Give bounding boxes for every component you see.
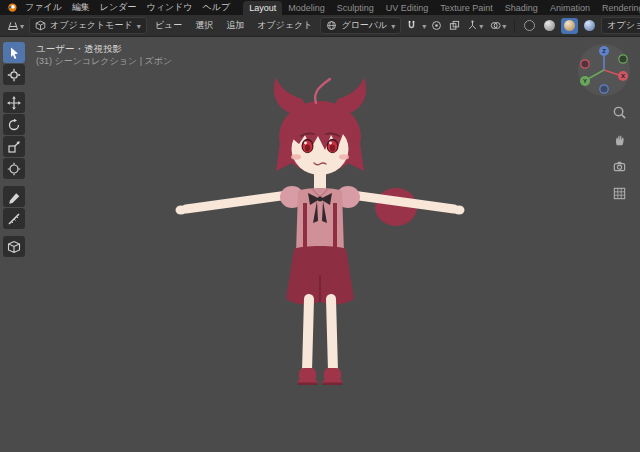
proportional-editing-toggle[interactable]	[429, 19, 444, 32]
chevron-down-icon	[20, 21, 24, 31]
gizmo-neg-z-axis	[600, 85, 608, 93]
material-preview-shading-icon	[564, 20, 575, 31]
object-mode-icon	[35, 20, 46, 31]
camera-icon	[612, 159, 627, 174]
character-leg-right	[331, 299, 333, 371]
tab-layout[interactable]: Layout	[243, 1, 282, 15]
3d-viewport[interactable]: ユーザー・透視投影 (31) シーンコレクション | ズボン Z X Y	[0, 37, 640, 452]
character-eye-right	[327, 139, 339, 153]
menu-file[interactable]: ファイル	[20, 0, 67, 15]
character-sleeves	[280, 186, 360, 208]
menu-render[interactable]: レンダー	[95, 0, 142, 15]
character-hair-back	[276, 101, 364, 173]
character-shorts	[286, 246, 354, 305]
character-shoe-left	[298, 368, 318, 385]
options-label: オプション	[607, 19, 640, 32]
blender-logo-icon	[6, 2, 17, 13]
character-blouse	[296, 188, 344, 253]
show-overlays-toggle[interactable]	[488, 19, 508, 32]
menu-object[interactable]: オブジェクト	[252, 18, 317, 33]
shading-rendered-button[interactable]	[581, 18, 598, 34]
character-model[interactable]	[0, 37, 640, 452]
chevron-down-icon	[391, 21, 395, 31]
collection-breadcrumb: (31) シーンコレクション | ズボン	[36, 55, 172, 67]
tool-group-divider	[3, 230, 25, 235]
tool-rotate[interactable]	[3, 114, 25, 135]
viewport-header: オブジェクトモード ビュー 選択 追加 オブジェクト グローバル	[0, 15, 640, 37]
tool-annotate[interactable]	[3, 186, 25, 207]
mode-label: オブジェクトモード	[50, 19, 133, 32]
menu-add[interactable]: 追加	[221, 18, 249, 33]
menu-edit[interactable]: 編集	[67, 0, 95, 15]
tool-add-cube[interactable]	[3, 236, 25, 257]
proportional-editing-icon	[431, 20, 442, 31]
character-ahoge	[315, 79, 330, 103]
pencil-icon	[7, 190, 21, 204]
tool-measure[interactable]	[3, 208, 25, 229]
tool-transform[interactable]	[3, 158, 25, 179]
rotate-icon	[7, 118, 21, 132]
magnifier-icon	[612, 105, 627, 120]
character-neck	[314, 169, 326, 189]
tool-move[interactable]	[3, 92, 25, 113]
character-eye-left	[302, 139, 314, 153]
pan-control[interactable]	[612, 132, 627, 151]
character-shoe-right	[323, 368, 343, 385]
gizmo-z-label: Z	[602, 48, 606, 54]
camera-view-control[interactable]	[612, 159, 627, 178]
xray-toggle[interactable]	[447, 19, 462, 32]
tab-uv-editing[interactable]: UV Editing	[380, 1, 435, 15]
mode-dropdown[interactable]: オブジェクトモード	[29, 17, 147, 34]
snap-toggle[interactable]	[404, 19, 419, 32]
character-blush	[291, 154, 349, 160]
crosshair-icon	[7, 68, 21, 82]
move-arrows-icon	[7, 96, 21, 110]
blender-logo-icon[interactable]	[3, 0, 20, 15]
zoom-control[interactable]	[612, 105, 627, 124]
character-face	[292, 123, 349, 175]
shading-wireframe-button[interactable]	[521, 18, 538, 34]
show-gizmos-toggle[interactable]	[465, 19, 485, 32]
orientation-label: グローバル	[341, 19, 387, 32]
snap-options-caret[interactable]	[422, 21, 426, 31]
workspace-tabs: Layout Modeling Sculpting UV Editing Tex…	[243, 0, 640, 15]
gizmo-neg-x-axis	[581, 60, 589, 68]
tool-scale[interactable]	[3, 136, 25, 157]
tab-texture-paint[interactable]: Texture Paint	[434, 1, 499, 15]
transform-orientation-dropdown[interactable]: グローバル	[320, 17, 401, 34]
menu-select[interactable]: 選択	[190, 18, 218, 33]
orthographic-toggle[interactable]	[612, 186, 627, 205]
gizmo-x-label: X	[621, 73, 625, 79]
cube-icon	[7, 240, 21, 254]
tab-sculpting[interactable]: Sculpting	[331, 1, 380, 15]
menu-window[interactable]: ウィンドウ	[141, 0, 197, 15]
menu-view[interactable]: ビュー	[150, 18, 187, 33]
gizmos-icon	[467, 20, 478, 31]
navigation-gizmo[interactable]: Z X Y	[576, 42, 632, 98]
header-center-group: グローバル	[320, 17, 444, 34]
shading-material-preview-button[interactable]	[561, 18, 578, 34]
tab-shading[interactable]: Shading	[499, 1, 544, 15]
tool-3d-cursor[interactable]	[3, 64, 25, 85]
options-dropdown[interactable]: オプション	[601, 17, 640, 34]
menu-help[interactable]: ヘルプ	[198, 0, 236, 15]
character-hair-tail	[375, 188, 417, 226]
wireframe-shading-icon	[524, 20, 535, 31]
character-arm-left	[176, 195, 289, 215]
viewport-info-text: ユーザー・透視投影 (31) シーンコレクション | ズボン	[36, 43, 172, 67]
hand-icon	[612, 132, 627, 147]
viewport-editor-icon	[7, 20, 19, 32]
tool-tweak-select[interactable]	[3, 42, 25, 63]
tab-rendering[interactable]: Rendering	[596, 1, 640, 15]
shading-solid-button[interactable]	[541, 18, 558, 34]
character-horn-right	[334, 77, 366, 115]
viewport-nav-controls	[612, 105, 627, 205]
editor-type-selector[interactable]	[5, 19, 26, 33]
ruler-icon	[7, 212, 21, 226]
character-eyebrows	[301, 133, 339, 136]
rendered-shading-icon	[584, 20, 595, 31]
xray-icon	[449, 20, 460, 31]
tab-animation[interactable]: Animation	[544, 1, 596, 15]
character-mouth	[314, 163, 326, 165]
tab-modeling[interactable]: Modeling	[282, 1, 331, 15]
